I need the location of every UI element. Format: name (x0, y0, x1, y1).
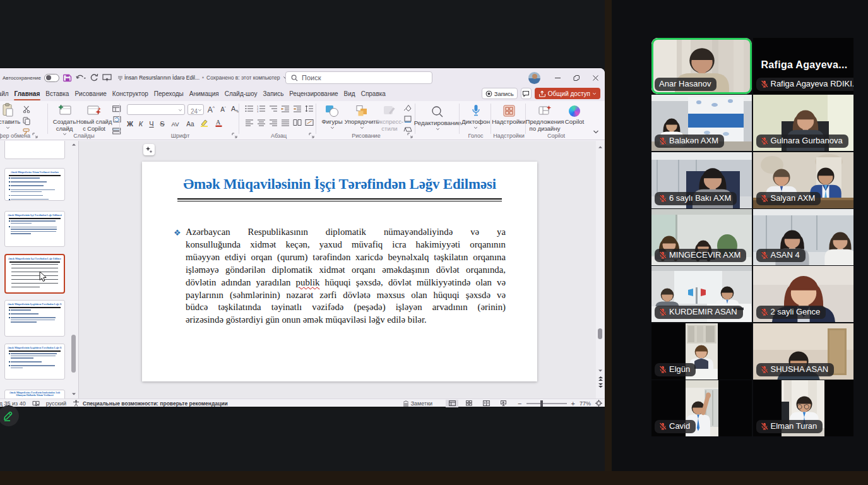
participant-tile[interactable]: Elman Turan (753, 380, 853, 436)
paste-button[interactable]: Вставить (0, 103, 23, 130)
increase-font-icon[interactable]: A^ (206, 105, 216, 114)
tab-вставка[interactable]: Вставка (43, 87, 72, 101)
arrange-button[interactable]: Упорядочить (346, 103, 378, 130)
change-case-button[interactable]: Аа (185, 121, 196, 128)
copilot-button[interactable]: Copilot (564, 103, 585, 126)
redo-icon[interactable] (89, 73, 99, 83)
start-slideshow-icon[interactable] (102, 73, 112, 83)
minimize-button[interactable] (548, 68, 567, 87)
paragraph-dialog-launcher[interactable] (309, 133, 314, 138)
font-name-combo[interactable] (127, 104, 185, 115)
language-status[interactable]: русский (46, 400, 66, 407)
italic-button[interactable]: К (138, 120, 144, 128)
strikethrough-button[interactable]: S (159, 120, 165, 128)
zoom-level[interactable]: 77% (580, 400, 591, 407)
slide-thumbnail[interactable]: Əmək Müqaviləsinə Tərəflərin İradəsindən… (4, 390, 65, 398)
tab-файл[interactable]: Файл (0, 87, 11, 101)
account-avatar[interactable] (528, 72, 540, 84)
accessibility-icon[interactable] (73, 400, 80, 407)
new-slide-button[interactable]: Создать слайд (51, 103, 78, 136)
character-spacing-button[interactable]: AV (170, 121, 181, 128)
tab-запись[interactable]: Запись (260, 87, 287, 101)
font-dialog-launcher[interactable] (232, 133, 237, 138)
slide-thumbnail[interactable]: Əmək Müqaviləsinin İşçi Tərəfindən Ləğv … (4, 254, 65, 294)
slide-thumbnail[interactable]: Əmək Müqaviləsinə Xitam Verilməsi Əsasla… (4, 168, 65, 201)
record-button[interactable]: Запись (482, 88, 518, 99)
tab-переходы[interactable]: Переходы (151, 87, 186, 101)
save-icon[interactable] (62, 73, 73, 83)
share-button[interactable]: Общий доступ (535, 88, 600, 99)
drawing-dialog-launcher[interactable] (407, 133, 413, 138)
participant-tile[interactable]: SHUSHA ASAN (753, 323, 853, 380)
participant-tile[interactable]: ASAN 4 (753, 209, 853, 265)
design-ideas-button[interactable]: Предложенияпо дизайну (527, 103, 562, 132)
line-spacing-icon[interactable] (304, 104, 314, 113)
shape-outline-icon[interactable] (403, 114, 413, 123)
cut-icon[interactable] (21, 105, 32, 114)
slideshow-view-button[interactable] (497, 400, 509, 407)
reset-slide-icon[interactable] (112, 116, 122, 124)
tab-слайд-шоу[interactable]: Слайд-шоу (222, 87, 260, 101)
editing-button[interactable]: Редактирование (417, 104, 458, 131)
decrease-indent-icon[interactable] (280, 104, 290, 113)
copy-icon[interactable] (21, 116, 32, 125)
increase-indent-icon[interactable] (292, 104, 302, 113)
slide-thumbnail[interactable]: Əmək Müqaviləsinin İşəgötürən Tərəfindən… (4, 344, 65, 380)
slide-sorter-view-button[interactable] (463, 400, 475, 407)
close-button[interactable] (586, 68, 605, 87)
canvas-scrollbar[interactable] (596, 141, 604, 398)
clipboard-dialog-launcher[interactable] (32, 133, 38, 138)
spellcheck-icon[interactable] (32, 400, 40, 407)
participant-tile[interactable]: Balakən AXM (651, 95, 752, 151)
slide-thumbnail[interactable]: Əmək Müqaviləsinin İşəgötürən Tərəfindən… (4, 300, 65, 337)
justify-icon[interactable] (280, 118, 290, 127)
numbered-list-icon[interactable]: 123 (256, 104, 266, 113)
tab-вид[interactable]: Вид (341, 87, 358, 101)
search-input[interactable]: Поиск (285, 71, 432, 84)
normal-view-button[interactable] (446, 400, 458, 407)
zoom-slider[interactable] (526, 403, 567, 404)
tab-главная[interactable]: Главная (11, 87, 43, 101)
participant-tile[interactable]: 6 saylı Bakı AXM (651, 152, 752, 208)
saved-status[interactable]: Сохранено в: этот компьютер (206, 75, 280, 81)
text-direction-icon[interactable] (304, 118, 314, 127)
participant-tile[interactable]: Cavid (651, 380, 752, 436)
participant-tile[interactable]: Elgün (651, 323, 752, 380)
align-left-icon[interactable] (244, 118, 254, 127)
designer-fab-button[interactable] (143, 144, 155, 155)
slide-layout-icon[interactable] (112, 104, 122, 113)
zoom-out-button[interactable]: − (518, 400, 521, 407)
maximize-button[interactable] (567, 68, 586, 87)
addins-button[interactable]: Надстройки (492, 103, 525, 126)
tab-рисование[interactable]: Рисование (72, 87, 109, 101)
comments-button[interactable] (521, 88, 532, 99)
thumbnails-scrollbar[interactable] (70, 141, 77, 398)
align-right-icon[interactable] (268, 118, 278, 127)
underline-button[interactable]: Ч (148, 120, 155, 128)
reading-view-button[interactable] (480, 400, 492, 407)
shapes-button[interactable]: Фигуры (318, 103, 346, 130)
bullet-list-icon[interactable] (244, 104, 254, 113)
slide-thumbnail[interactable]: Əmək Müqaviləsinin İşçi Tərəfindən Ləğv … (4, 211, 65, 247)
zoom-in-button[interactable]: + (571, 400, 575, 407)
tab-рецензирование[interactable]: Рецензирование (287, 87, 341, 101)
tab-конструктор[interactable]: Конструктор (109, 87, 151, 101)
dictate-button[interactable]: Диктофон (461, 103, 490, 130)
notes-button[interactable]: Заметки (411, 400, 432, 407)
shape-fill-icon[interactable] (403, 104, 413, 112)
slide-thumbnail[interactable] (4, 141, 65, 159)
quick-styles-button[interactable]: Экспресс-стили (378, 103, 401, 132)
participant-tile[interactable]: 2 sayli Gence (753, 266, 853, 322)
participant-tile[interactable]: MINGECEVIR AXM (651, 209, 752, 265)
bold-button[interactable]: Ж (127, 120, 133, 128)
undo-icon[interactable] (76, 73, 86, 83)
notes-icon[interactable] (402, 400, 410, 407)
tab-справка[interactable]: Справка (358, 87, 388, 101)
font-size-combo[interactable]: 24 (187, 104, 204, 115)
slide[interactable]: Əmək Müqaviləsinin İşçi Tərəfindən Ləğv … (142, 162, 537, 381)
multilevel-list-icon[interactable] (268, 104, 278, 113)
participant-tile[interactable]: Salyan AXM (753, 152, 853, 208)
new-slide-copilot-button[interactable]: Новый слайдс Copilot (80, 103, 109, 132)
participant-tile[interactable]: Anar Hasanov (651, 38, 752, 94)
autosave-toggle[interactable] (44, 74, 59, 82)
